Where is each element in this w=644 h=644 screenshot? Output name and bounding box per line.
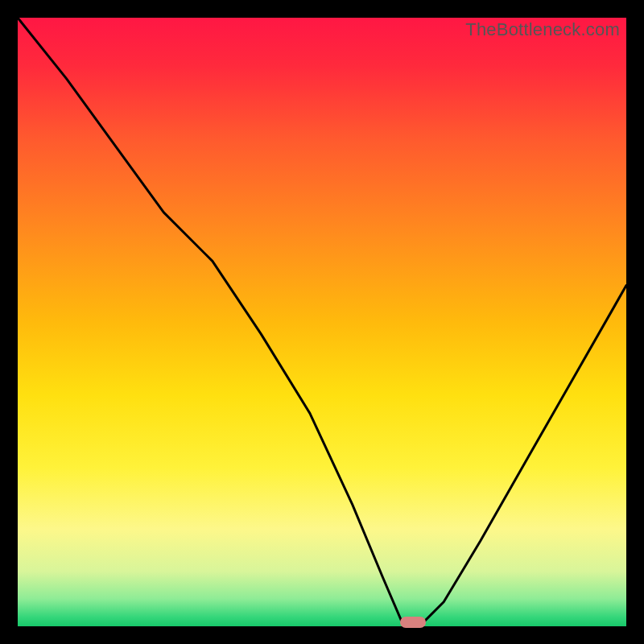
optimal-marker — [400, 617, 426, 628]
watermark-label: TheBottleneck.com — [465, 19, 620, 40]
gradient-background — [18, 18, 626, 626]
chart-svg — [18, 18, 626, 626]
plot-area: TheBottleneck.com — [18, 18, 626, 626]
chart-frame: TheBottleneck.com — [0, 0, 644, 644]
